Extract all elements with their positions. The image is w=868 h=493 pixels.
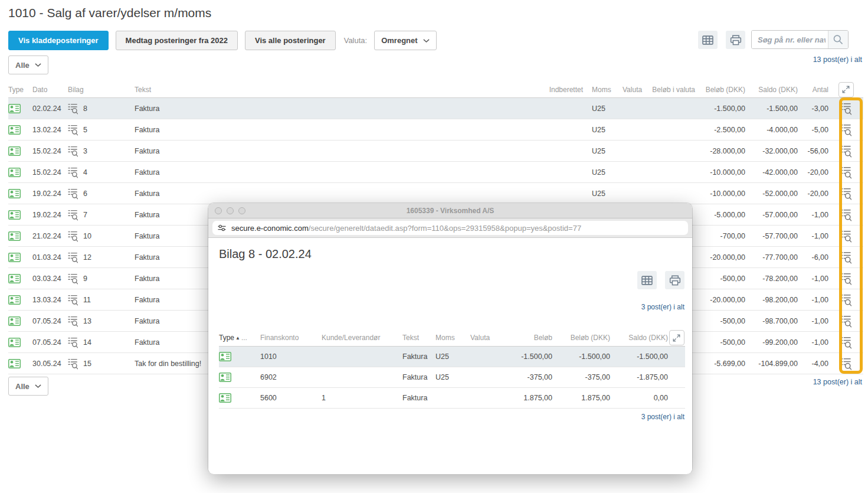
table-row[interactable]: 6902FakturaU25-375,00-375,00-1.875,00 [219, 367, 685, 388]
cell-tekst: Faktura [135, 119, 544, 141]
open-voucher-button[interactable] [828, 145, 863, 158]
document-search-icon[interactable] [68, 103, 78, 115]
document-search-icon[interactable] [68, 188, 78, 200]
filter-select-bottom[interactable]: Alle [8, 377, 48, 396]
address-bar[interactable]: secure.e-conomic.com/secure/generelt/dat… [212, 221, 688, 235]
print-icon [669, 275, 681, 286]
cell-belob-dkk: -10.000,00 [695, 162, 745, 183]
open-voucher-button[interactable] [828, 272, 863, 285]
expand-table-button[interactable] [838, 82, 854, 97]
table-row[interactable]: 19.02.246FakturaU25-10.000,00-52.000,00-… [8, 183, 863, 204]
expand-table-button[interactable] [669, 330, 684, 345]
cell-saldo-dkk: -1.500,00 [610, 347, 668, 367]
cell-dato: 01.03.24 [32, 247, 68, 268]
popup-titlebar[interactable]: 1605339 - Virksomhed A/S [208, 203, 692, 218]
show-all-entries-button[interactable]: Vis alle posteringer [245, 31, 336, 50]
document-search-icon [840, 166, 851, 179]
customer-entry-icon [219, 352, 231, 361]
document-search-icon[interactable] [68, 273, 78, 285]
cell-tekst: Faktura [402, 367, 435, 388]
expand-icon [673, 334, 680, 342]
header-kunde-leverandor: Kunde/Leverandør [322, 329, 402, 347]
show-draft-entries-button[interactable]: Vis kladdeposteringer [8, 31, 109, 50]
include-2022-entries-button[interactable]: Medtag posteringer fra 2022 [116, 31, 238, 50]
customer-entry-icon [8, 146, 21, 156]
document-search-icon[interactable] [68, 145, 78, 157]
open-voucher-button[interactable] [828, 336, 863, 349]
search-input[interactable] [752, 31, 828, 48]
table-row[interactable]: 13.02.245FakturaU25-2.500,00-4.000,00-5,… [8, 119, 863, 141]
cell-tekst: Faktura [135, 98, 544, 119]
table-grid-icon [702, 35, 713, 45]
popup-table-layout-button[interactable] [637, 271, 657, 289]
cell-bilag: 14 [83, 338, 91, 347]
table-header-row: Type Dato Bilag Tekst Indberettet Moms V… [8, 81, 863, 98]
header-saldo-dkk: Saldo (DKK) [745, 81, 798, 98]
minimize-window-button[interactable] [227, 207, 234, 214]
cell-bilag: 6 [83, 190, 87, 198]
header-valuta: Valuta [614, 81, 643, 98]
open-voucher-button[interactable] [828, 123, 863, 136]
print-icon [730, 35, 742, 45]
document-search-icon[interactable] [68, 230, 78, 242]
customer-entry-icon [219, 393, 231, 403]
filter-select-top[interactable]: Alle [8, 55, 48, 74]
header-type-sortable[interactable]: Type▲... [219, 329, 260, 347]
header-belob-i-valuta: Beløb i valuta [643, 81, 695, 98]
close-window-button[interactable] [215, 207, 222, 214]
popup-print-button[interactable] [665, 271, 684, 289]
cell-bilag: 8 [83, 105, 87, 113]
cell-bilag: 13 [83, 317, 91, 325]
header-belob-dkk: Beløb (DKK) [695, 81, 745, 98]
table-layout-button[interactable] [698, 31, 718, 49]
cell-saldo-dkk: -99.200,00 [745, 332, 798, 353]
document-search-icon[interactable] [68, 337, 78, 348]
customer-entry-icon [8, 274, 21, 283]
open-voucher-button[interactable] [828, 293, 863, 306]
document-search-icon[interactable] [68, 252, 78, 263]
cell-saldo-dkk: -32.000,00 [745, 141, 798, 162]
document-search-icon[interactable] [68, 294, 78, 306]
print-button[interactable] [726, 31, 745, 49]
document-search-icon[interactable] [68, 315, 78, 327]
cell-moms: U25 [583, 141, 614, 162]
open-voucher-button[interactable] [828, 166, 863, 179]
maximize-window-button[interactable] [238, 207, 245, 214]
cell-belob-dkk: -10.000,00 [695, 183, 745, 204]
cell-dato: 15.02.24 [32, 141, 68, 162]
cell-finanskonto: 1010 [260, 347, 322, 367]
open-voucher-button[interactable] [828, 315, 863, 328]
open-voucher-button[interactable] [828, 357, 863, 370]
open-voucher-button[interactable] [828, 187, 863, 200]
table-row[interactable]: 15.02.244FakturaU25-10.000,00-42.000,00-… [8, 162, 863, 183]
cell-antal: -20,00 [798, 183, 828, 204]
customer-entry-icon [8, 338, 21, 347]
valuta-select-value: Omregnet [381, 36, 417, 45]
document-search-icon[interactable] [68, 358, 78, 370]
cell-antal: -1,00 [798, 204, 828, 226]
table-row[interactable]: 56001Faktura1.875,001.875,000,00 [219, 388, 685, 409]
table-row[interactable]: 1010FakturaU25-1.500,00-1.500,00-1.500,0… [219, 347, 685, 367]
document-search-icon[interactable] [68, 166, 78, 178]
cell-bilag: 10 [83, 232, 91, 240]
table-row[interactable]: 15.02.243FakturaU25-28.000,00-32.000,00-… [8, 141, 863, 162]
header-belob-dkk: Beløb (DKK) [552, 329, 610, 347]
document-search-icon[interactable] [68, 209, 78, 221]
toolbar: Vis kladdeposteringer Medtag posteringer… [8, 31, 437, 50]
popup-count-label: 3 post(er) i alt [641, 303, 684, 311]
open-voucher-button[interactable] [828, 251, 863, 264]
open-voucher-button[interactable] [828, 102, 863, 115]
header-finanskonto: Finanskonto [260, 329, 322, 347]
cell-moms: U25 [435, 347, 470, 367]
document-search-icon[interactable] [68, 124, 78, 136]
valuta-select[interactable]: Omregnet [374, 31, 436, 50]
filter-select-bottom-value: Alle [15, 382, 30, 391]
open-voucher-button[interactable] [828, 230, 863, 243]
open-voucher-button[interactable] [828, 208, 863, 221]
cell-finanskonto: 6902 [260, 367, 322, 388]
customer-entry-icon [8, 359, 21, 368]
cell-antal: -5,00 [798, 119, 828, 141]
search-button[interactable] [828, 31, 848, 48]
cell-saldo-dkk: -42.000,00 [745, 162, 798, 183]
table-row[interactable]: 02.02.248FakturaU25-1.500,00-1.500,00-3,… [8, 98, 863, 119]
